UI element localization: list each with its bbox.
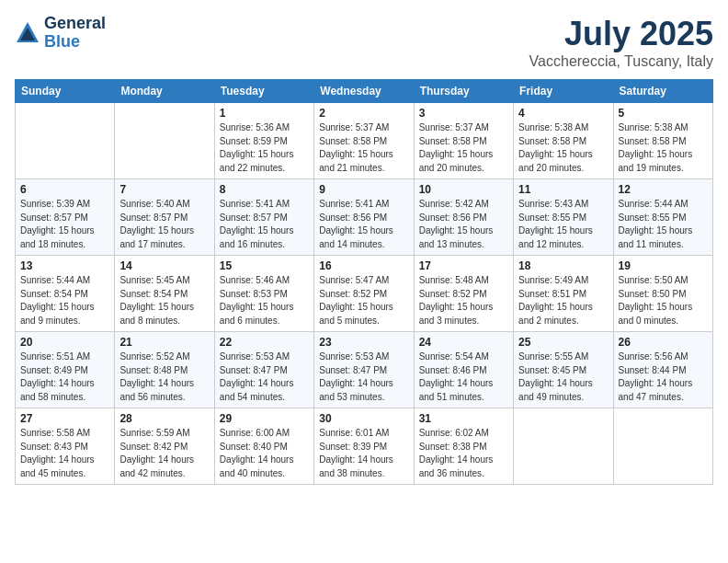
calendar-cell: 26Sunrise: 5:56 AM Sunset: 8:44 PM Dayli…	[613, 332, 712, 408]
day-info: Sunrise: 5:53 AM Sunset: 8:47 PM Dayligh…	[319, 350, 408, 404]
day-info: Sunrise: 5:43 AM Sunset: 8:55 PM Dayligh…	[518, 198, 608, 251]
day-info: Sunrise: 5:56 AM Sunset: 8:44 PM Dayligh…	[619, 350, 708, 404]
day-number: 13	[20, 259, 109, 272]
calendar-cell: 12Sunrise: 5:44 AM Sunset: 8:55 PM Dayli…	[613, 179, 712, 256]
calendar-cell: 16Sunrise: 5:47 AM Sunset: 8:52 PM Dayli…	[314, 256, 414, 332]
day-number: 11	[518, 183, 608, 196]
month-title: July 2025	[529, 15, 713, 53]
weekday-header-thursday: Thursday	[414, 80, 513, 103]
day-number: 19	[619, 259, 708, 272]
day-info: Sunrise: 6:00 AM Sunset: 8:40 PM Dayligh…	[220, 427, 309, 480]
day-number: 5	[619, 107, 708, 120]
day-number: 1	[220, 107, 309, 120]
calendar-cell: 5Sunrise: 5:38 AM Sunset: 8:58 PM Daylig…	[613, 103, 712, 179]
logo-general-text: General	[44, 15, 106, 33]
calendar-cell: 21Sunrise: 5:52 AM Sunset: 8:48 PM Dayli…	[115, 332, 214, 408]
day-number: 23	[319, 336, 408, 349]
calendar-cell: 22Sunrise: 5:53 AM Sunset: 8:47 PM Dayli…	[214, 332, 313, 408]
day-number: 9	[319, 183, 408, 196]
day-number: 31	[419, 412, 508, 425]
day-number: 28	[119, 412, 209, 425]
day-info: Sunrise: 5:44 AM Sunset: 8:54 PM Dayligh…	[20, 274, 109, 327]
day-number: 3	[419, 107, 508, 120]
day-number: 15	[220, 259, 309, 272]
day-info: Sunrise: 5:40 AM Sunset: 8:57 PM Dayligh…	[119, 198, 209, 251]
day-number: 7	[119, 183, 209, 196]
day-info: Sunrise: 5:48 AM Sunset: 8:52 PM Dayligh…	[419, 274, 508, 327]
day-number: 14	[119, 259, 209, 272]
logo-blue-text: Blue	[44, 33, 106, 52]
calendar-week-row: 1Sunrise: 5:36 AM Sunset: 8:59 PM Daylig…	[16, 103, 713, 179]
calendar-cell: 3Sunrise: 5:37 AM Sunset: 8:58 PM Daylig…	[414, 103, 513, 179]
day-info: Sunrise: 5:49 AM Sunset: 8:51 PM Dayligh…	[518, 274, 608, 327]
day-number: 12	[619, 183, 708, 196]
weekday-header-tuesday: Tuesday	[214, 80, 313, 103]
day-info: Sunrise: 5:47 AM Sunset: 8:52 PM Dayligh…	[319, 274, 408, 327]
day-info: Sunrise: 5:39 AM Sunset: 8:57 PM Dayligh…	[20, 198, 109, 251]
weekday-header-saturday: Saturday	[613, 80, 712, 103]
calendar-week-row: 27Sunrise: 5:58 AM Sunset: 8:43 PM Dayli…	[16, 408, 713, 485]
calendar-cell: 1Sunrise: 5:36 AM Sunset: 8:59 PM Daylig…	[214, 103, 313, 179]
day-number: 18	[518, 259, 608, 272]
day-number: 25	[518, 336, 608, 349]
calendar-cell: 24Sunrise: 5:54 AM Sunset: 8:46 PM Dayli…	[414, 332, 513, 408]
day-number: 4	[518, 107, 608, 120]
day-number: 27	[20, 412, 109, 425]
day-info: Sunrise: 5:53 AM Sunset: 8:47 PM Dayligh…	[220, 350, 309, 404]
calendar-cell: 27Sunrise: 5:58 AM Sunset: 8:43 PM Dayli…	[16, 408, 115, 485]
calendar-cell	[115, 103, 214, 179]
day-number: 8	[220, 183, 309, 196]
day-info: Sunrise: 5:37 AM Sunset: 8:58 PM Dayligh…	[419, 121, 508, 175]
day-info: Sunrise: 5:42 AM Sunset: 8:56 PM Dayligh…	[419, 198, 508, 251]
day-info: Sunrise: 6:01 AM Sunset: 8:39 PM Dayligh…	[319, 427, 408, 480]
day-number: 26	[619, 336, 708, 349]
calendar-cell: 9Sunrise: 5:41 AM Sunset: 8:56 PM Daylig…	[314, 179, 414, 256]
weekday-header-sunday: Sunday	[16, 80, 115, 103]
day-info: Sunrise: 5:41 AM Sunset: 8:56 PM Dayligh…	[319, 198, 408, 251]
day-info: Sunrise: 5:44 AM Sunset: 8:55 PM Dayligh…	[619, 198, 708, 251]
calendar-cell: 4Sunrise: 5:38 AM Sunset: 8:58 PM Daylig…	[514, 103, 613, 179]
calendar-cell: 18Sunrise: 5:49 AM Sunset: 8:51 PM Dayli…	[514, 256, 613, 332]
calendar-cell: 20Sunrise: 5:51 AM Sunset: 8:49 PM Dayli…	[16, 332, 115, 408]
calendar-cell	[16, 103, 115, 179]
day-number: 16	[319, 259, 408, 272]
calendar-cell: 11Sunrise: 5:43 AM Sunset: 8:55 PM Dayli…	[514, 179, 613, 256]
location-title: Vacchereccia, Tuscany, Italy	[529, 53, 713, 70]
day-info: Sunrise: 5:46 AM Sunset: 8:53 PM Dayligh…	[220, 274, 309, 327]
weekday-header-friday: Friday	[514, 80, 613, 103]
day-number: 30	[319, 412, 408, 425]
page-header: General Blue July 2025 Vacchereccia, Tus…	[15, 15, 713, 70]
calendar-cell: 13Sunrise: 5:44 AM Sunset: 8:54 PM Dayli…	[16, 256, 115, 332]
calendar-cell: 30Sunrise: 6:01 AM Sunset: 8:39 PM Dayli…	[314, 408, 414, 485]
calendar-cell: 23Sunrise: 5:53 AM Sunset: 8:47 PM Dayli…	[314, 332, 414, 408]
day-info: Sunrise: 5:55 AM Sunset: 8:45 PM Dayligh…	[518, 350, 608, 404]
day-number: 10	[419, 183, 508, 196]
calendar-cell: 25Sunrise: 5:55 AM Sunset: 8:45 PM Dayli…	[514, 332, 613, 408]
day-info: Sunrise: 5:38 AM Sunset: 8:58 PM Dayligh…	[619, 121, 708, 175]
day-number: 2	[319, 107, 408, 120]
calendar-cell: 17Sunrise: 5:48 AM Sunset: 8:52 PM Dayli…	[414, 256, 513, 332]
day-info: Sunrise: 5:41 AM Sunset: 8:57 PM Dayligh…	[220, 198, 309, 251]
calendar-cell: 2Sunrise: 5:37 AM Sunset: 8:58 PM Daylig…	[314, 103, 414, 179]
day-info: Sunrise: 6:02 AM Sunset: 8:38 PM Dayligh…	[419, 427, 508, 480]
logo-icon	[15, 20, 40, 46]
day-number: 22	[220, 336, 309, 349]
title-block: July 2025 Vacchereccia, Tuscany, Italy	[529, 15, 713, 70]
weekday-header-row: SundayMondayTuesdayWednesdayThursdayFrid…	[16, 80, 713, 103]
logo: General Blue	[15, 15, 106, 52]
day-info: Sunrise: 5:52 AM Sunset: 8:48 PM Dayligh…	[119, 350, 209, 404]
day-number: 17	[419, 259, 508, 272]
calendar-week-row: 6Sunrise: 5:39 AM Sunset: 8:57 PM Daylig…	[16, 179, 713, 256]
calendar-cell: 15Sunrise: 5:46 AM Sunset: 8:53 PM Dayli…	[214, 256, 313, 332]
day-info: Sunrise: 5:50 AM Sunset: 8:50 PM Dayligh…	[619, 274, 708, 327]
calendar-cell: 7Sunrise: 5:40 AM Sunset: 8:57 PM Daylig…	[115, 179, 214, 256]
day-number: 20	[20, 336, 109, 349]
day-info: Sunrise: 5:59 AM Sunset: 8:42 PM Dayligh…	[119, 427, 209, 480]
calendar-cell	[613, 408, 712, 485]
calendar-cell: 10Sunrise: 5:42 AM Sunset: 8:56 PM Dayli…	[414, 179, 513, 256]
calendar-week-row: 13Sunrise: 5:44 AM Sunset: 8:54 PM Dayli…	[16, 256, 713, 332]
calendar-table: SundayMondayTuesdayWednesdayThursdayFrid…	[15, 79, 713, 485]
calendar-cell: 14Sunrise: 5:45 AM Sunset: 8:54 PM Dayli…	[115, 256, 214, 332]
day-info: Sunrise: 5:58 AM Sunset: 8:43 PM Dayligh…	[20, 427, 109, 480]
calendar-cell: 31Sunrise: 6:02 AM Sunset: 8:38 PM Dayli…	[414, 408, 513, 485]
